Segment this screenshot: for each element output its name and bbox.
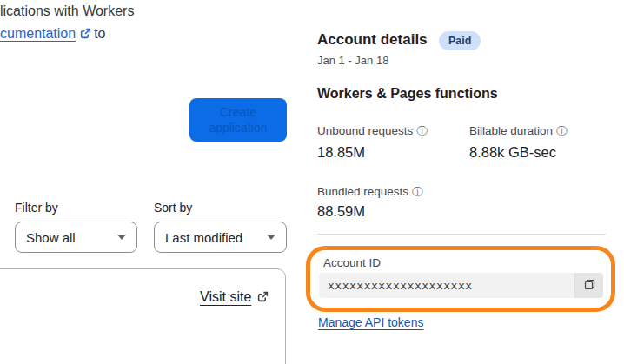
metric-label-unbound: Unbound requestsⓘ [317,124,428,139]
account-details-title: Account details [317,31,428,49]
external-link-icon [257,290,269,306]
chevron-down-icon [117,235,126,240]
metric-value-bundled: 88.59M [317,203,365,220]
account-id-field-group [319,273,603,298]
info-icon[interactable]: ⓘ [416,125,428,137]
metric-value-unbound: 18.85M [317,144,365,161]
external-link-icon [80,23,91,46]
sort-by-label: Sort by [154,201,192,215]
copy-icon [583,278,596,294]
metric-label-billable: Billable durationⓘ [469,124,568,139]
functions-section-title: Workers & Pages functions [317,86,498,102]
sort-dropdown[interactable]: Last modified [154,222,287,253]
metric-label-bundled: Bundled requestsⓘ [317,185,423,200]
intro-line1: lications with Workers [0,0,134,23]
intro-after-link: to [94,26,105,41]
visit-site-label: Visit site [200,289,251,304]
sort-dropdown-value: Last modified [165,230,258,245]
documentation-link[interactable]: cumentation [0,26,76,41]
workers-pages-dashboard: lications with Workers cumentationto Cre… [0,0,624,364]
divider [317,234,606,235]
metric-value-billable: 8.88k GB-sec [469,144,556,161]
filter-by-label: Filter by [15,201,58,215]
account-id-label: Account ID [323,256,381,269]
visit-site-link[interactable]: Visit site [200,289,271,306]
info-icon[interactable]: ⓘ [556,125,568,137]
chevron-down-icon [267,235,275,240]
intro-line2: cumentationto [0,23,134,46]
info-icon[interactable]: ⓘ [412,186,423,198]
project-card: Visit site [0,268,286,364]
filter-dropdown[interactable]: Show all [15,222,137,253]
create-application-button[interactable]: Create application [189,98,287,142]
plan-badge: Paid [439,31,481,50]
date-range: Jan 1 - Jan 18 [317,54,388,67]
filter-dropdown-value: Show all [26,230,109,245]
manage-api-tokens-link[interactable]: Manage API tokens [318,315,423,329]
account-id-input[interactable] [319,273,574,298]
create-application-label: Create application [198,104,278,136]
copy-button[interactable] [574,273,603,298]
intro-paragraph: lications with Workers cumentationto [0,0,134,46]
